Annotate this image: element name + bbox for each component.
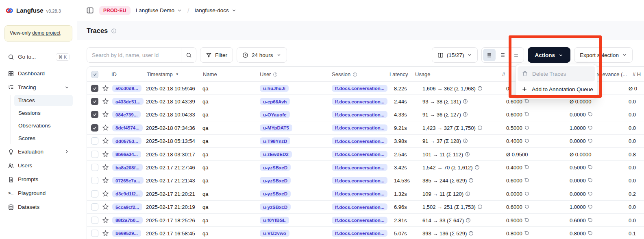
star-icon[interactable] <box>102 190 109 197</box>
column-visibility-button[interactable]: (15/27) <box>432 47 478 63</box>
goto-search[interactable]: Go to... ⌘ K <box>4 51 73 63</box>
sidebar-item-playground[interactable]: >_Playground <box>4 187 73 200</box>
header-relevance-fragment[interactable]: relevance (... <box>596 67 627 82</box>
row-height-large-button[interactable] <box>510 49 522 61</box>
header-name[interactable]: Name <box>203 67 217 82</box>
trace-id-badge[interactable]: 5cca9cf2... <box>112 204 142 210</box>
info-icon[interactable] <box>477 125 483 130</box>
session-id-badge[interactable]: lf.docs.conversation... <box>332 217 387 224</box>
info-icon[interactable] <box>465 151 470 157</box>
star-icon[interactable] <box>102 85 109 92</box>
comment-icon[interactable] <box>524 217 529 223</box>
info-icon[interactable] <box>468 178 474 183</box>
sidebar-item-observations[interactable]: Observations <box>14 120 73 132</box>
header-user[interactable]: User <box>260 67 278 82</box>
session-id-badge[interactable]: lf.docs.conversation... <box>332 230 387 237</box>
info-icon[interactable] <box>468 230 474 236</box>
comment-icon[interactable] <box>524 138 529 144</box>
row-checkbox[interactable] <box>91 111 98 118</box>
row-checkbox[interactable] <box>91 203 98 210</box>
user-id-badge[interactable]: u-yzSBxcD <box>260 190 291 197</box>
header-timestamp[interactable]: Timestamp▼ <box>147 67 179 82</box>
info-icon[interactable] <box>466 217 471 223</box>
user-id-badge[interactable]: u-zEwdED2 <box>260 151 292 158</box>
row-checkbox[interactable] <box>91 85 98 92</box>
session-id-badge[interactable]: lf.docs.conversation... <box>332 190 387 197</box>
table-row[interactable]: ba8a208f...2025-02-17 21:27:46qau-yzSBxc… <box>87 161 644 174</box>
comment-icon[interactable] <box>587 112 593 117</box>
comment-icon[interactable] <box>587 217 593 223</box>
table-row[interactable]: b669529...2025-02-17 16:58:45qau-VIZzvwo… <box>87 227 644 239</box>
trace-id-badge[interactable]: 88f2a7b0... <box>112 217 143 224</box>
star-icon[interactable] <box>102 124 109 131</box>
comment-icon[interactable] <box>524 99 529 104</box>
time-range-button[interactable]: 24 hours <box>237 47 287 63</box>
comment-icon[interactable] <box>587 178 593 183</box>
info-icon[interactable] <box>477 86 483 91</box>
search-submit-button[interactable] <box>181 48 196 62</box>
session-id-badge[interactable]: lf.docs.conversation... <box>332 111 387 118</box>
user-id-badge[interactable]: u-T98YnzD <box>260 138 290 145</box>
table-row[interactable]: dd05753...2025-02-18 05:13:54qau-T98YnzD… <box>87 135 644 148</box>
session-id-badge[interactable]: lf.docs.conversation... <box>332 138 387 145</box>
filter-button[interactable]: Filter <box>200 47 233 63</box>
trace-id-badge[interactable]: a0cd0d9... <box>112 85 141 92</box>
trace-id-badge[interactable]: 084c739... <box>112 111 141 118</box>
user-id-badge[interactable]: u-yzSBxcD <box>260 164 291 171</box>
table-row[interactable]: 8b66a34...2025-02-18 03:30:17qau-zEwdED2… <box>87 148 644 161</box>
comment-icon[interactable] <box>587 191 593 196</box>
header-session[interactable]: Session <box>332 67 357 82</box>
table-row[interactable]: d3e9d1f2...2025-02-17 21:20:21qau-yzSBxc… <box>87 187 644 200</box>
sidebar-item-users[interactable]: Users <box>4 160 73 172</box>
user-id-badge[interactable]: u-OYauofc <box>260 111 290 118</box>
row-checkbox[interactable] <box>91 217 98 224</box>
table-row[interactable]: 88f2a7b0...2025-02-17 18:25:26qau-f0YfBS… <box>87 214 644 227</box>
comment-icon[interactable] <box>587 230 593 236</box>
header-usage[interactable]: Usage <box>415 67 431 82</box>
star-icon[interactable] <box>102 217 109 224</box>
session-id-badge[interactable]: lf.docs.conversation... <box>332 98 387 105</box>
star-icon[interactable] <box>102 177 109 184</box>
sidebar-item-scores[interactable]: Scores <box>14 133 73 144</box>
header-count-fragment[interactable]: # H <box>633 67 641 82</box>
star-icon[interactable] <box>102 164 109 171</box>
comment-icon[interactable] <box>587 138 593 144</box>
star-icon[interactable] <box>102 98 109 105</box>
comment-icon[interactable] <box>524 178 529 183</box>
comment-icon[interactable] <box>524 230 529 236</box>
table-row[interactable]: 5cca9cf2...2025-02-17 21:20:19qau-yzSBxc… <box>87 201 644 214</box>
header-id[interactable]: ID <box>111 67 117 82</box>
comment-icon[interactable] <box>524 125 529 130</box>
export-selection-button[interactable]: Export selection <box>574 47 633 63</box>
comment-icon[interactable] <box>524 165 529 170</box>
star-icon[interactable] <box>102 230 109 237</box>
row-checkbox[interactable] <box>91 124 98 132</box>
user-id-badge[interactable]: u-MYpDAT5 <box>260 124 292 131</box>
trace-id-badge[interactable]: dd05753... <box>112 138 141 145</box>
header-latency[interactable]: Latency <box>389 67 408 82</box>
info-icon[interactable] <box>465 191 470 196</box>
comment-icon[interactable] <box>587 204 593 210</box>
row-checkbox[interactable] <box>91 230 98 237</box>
row-checkbox[interactable] <box>91 151 98 158</box>
star-icon[interactable] <box>102 151 109 158</box>
sidebar-item-traces[interactable]: Traces <box>14 95 73 106</box>
project-switcher[interactable]: langfuse-docs <box>195 7 237 13</box>
environment-badge[interactable]: PROD-EU <box>99 6 131 15</box>
user-id-badge[interactable]: u-huJhuJi <box>260 85 289 92</box>
trace-id-badge[interactable]: a433de51... <box>112 98 144 105</box>
row-checkbox[interactable] <box>91 164 98 171</box>
trace-id-badge[interactable]: d3e9d1f2... <box>112 190 143 197</box>
table-row[interactable]: 8dcf4574...2025-02-18 07:34:36qau-MYpDAT… <box>87 121 644 134</box>
star-icon[interactable] <box>102 111 109 118</box>
sidebar-toggle-icon[interactable] <box>86 7 94 14</box>
trace-id-badge[interactable]: 8dcf4574... <box>112 124 143 131</box>
info-icon[interactable] <box>463 112 468 117</box>
user-id-badge[interactable]: u-VIZzvwo <box>260 230 289 237</box>
comment-icon[interactable] <box>587 165 593 170</box>
trace-id-badge[interactable]: ba8a208f... <box>112 164 143 171</box>
comment-icon[interactable] <box>587 125 593 130</box>
sidebar-item-prompts[interactable]: Prompts <box>4 173 73 186</box>
table-row[interactable]: 084c739...2025-02-18 10:04:33qau-OYauofc… <box>87 108 644 121</box>
sidebar-item-sessions[interactable]: Sessions <box>14 107 73 119</box>
